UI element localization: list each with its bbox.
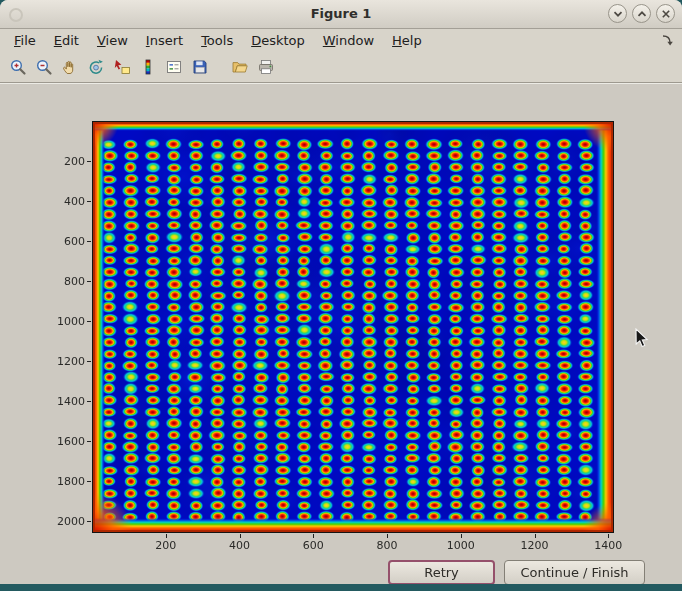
insert-legend-button[interactable] <box>162 56 186 78</box>
menu-desktop[interactable]: Desktop <box>242 31 314 50</box>
menu-help[interactable]: Help <box>383 31 431 50</box>
window-title: Figure 1 <box>311 0 372 28</box>
pan-hand-icon <box>61 58 79 76</box>
zoom-out-button[interactable] <box>32 56 56 78</box>
menu-edit[interactable]: Edit <box>45 31 88 50</box>
tick-label: 1400 <box>594 539 622 552</box>
tick-mark <box>87 441 91 442</box>
tick-label: 800 <box>377 539 398 552</box>
zoom-in-icon <box>9 58 27 76</box>
tick-label: 1200 <box>57 355 85 368</box>
tick-label: 1600 <box>57 435 85 448</box>
tick-label: 200 <box>155 539 176 552</box>
tick-mark <box>87 281 91 282</box>
tick-label: 1400 <box>57 395 85 408</box>
open-file-button[interactable] <box>228 56 252 78</box>
tick-mark <box>608 534 609 538</box>
tick-mark <box>313 534 314 538</box>
tick-mark <box>87 241 91 242</box>
tick-label: 400 <box>229 539 250 552</box>
mouse-cursor <box>635 328 650 349</box>
tick-mark <box>87 201 91 202</box>
insert-colorbar-button[interactable] <box>136 56 160 78</box>
menu-tools[interactable]: Tools <box>192 31 242 50</box>
toolbar <box>0 52 682 82</box>
tick-mark <box>87 401 91 402</box>
tick-label: 1000 <box>447 539 475 552</box>
rotate-3d-button[interactable] <box>84 56 108 78</box>
heatmap-plot[interactable] <box>92 121 614 533</box>
tick-label: 1800 <box>57 475 85 488</box>
retry-button[interactable]: Retry <box>388 560 495 584</box>
save-figure-button[interactable] <box>188 56 212 78</box>
tick-mark <box>87 161 91 162</box>
rotate-3d-icon <box>87 58 105 76</box>
window-controls <box>608 4 675 23</box>
titlebar[interactable]: Figure 1 <box>0 0 682 29</box>
maximize-button[interactable] <box>632 4 651 23</box>
tick-mark <box>87 481 91 482</box>
tick-mark <box>387 534 388 538</box>
window-menu-icon[interactable] <box>9 8 23 22</box>
minimize-button[interactable] <box>608 4 627 23</box>
tick-label: 600 <box>64 235 85 248</box>
save-icon <box>191 58 209 76</box>
tick-label: 800 <box>64 275 85 288</box>
tick-label: 400 <box>64 195 85 208</box>
legend-icon <box>165 58 183 76</box>
colorbar-icon <box>139 58 157 76</box>
open-folder-icon <box>231 58 249 76</box>
menu-bar: File Edit View Insert Tools Desktop Wind… <box>0 29 682 52</box>
tick-label: 600 <box>303 539 324 552</box>
data-cursor-button[interactable] <box>110 56 134 78</box>
tick-label: 1200 <box>521 539 549 552</box>
print-figure-button[interactable] <box>254 56 278 78</box>
dock-figure-icon[interactable] <box>660 33 674 47</box>
menu-file[interactable]: File <box>5 31 45 50</box>
figure-window: Figure 1 File Edit View Insert Tools Des… <box>0 0 682 584</box>
tick-label: 1000 <box>57 315 85 328</box>
tick-mark <box>87 521 91 522</box>
tick-mark <box>535 534 536 538</box>
chevron-down-icon <box>612 8 624 20</box>
tick-label: 200 <box>64 155 85 168</box>
tick-mark <box>87 361 91 362</box>
heatmap-image[interactable] <box>93 122 613 532</box>
data-cursor-icon <box>113 58 131 76</box>
menu-insert[interactable]: Insert <box>137 31 192 50</box>
chevron-up-icon <box>636 8 648 20</box>
menu-window[interactable]: Window <box>314 31 383 50</box>
pan-button[interactable] <box>58 56 82 78</box>
tick-label: 2000 <box>57 515 85 528</box>
menu-view[interactable]: View <box>88 31 137 50</box>
close-icon <box>660 8 672 20</box>
zoom-out-icon <box>35 58 53 76</box>
figure-canvas-area: 2004006008001000120014001600180020002004… <box>0 82 682 584</box>
tick-mark <box>87 321 91 322</box>
tick-mark <box>240 534 241 538</box>
close-button[interactable] <box>656 4 675 23</box>
printer-icon <box>257 58 275 76</box>
tick-mark <box>461 534 462 538</box>
zoom-in-button[interactable] <box>6 56 30 78</box>
tick-mark <box>166 534 167 538</box>
continue-finish-button[interactable]: Continue / Finish <box>504 560 645 584</box>
